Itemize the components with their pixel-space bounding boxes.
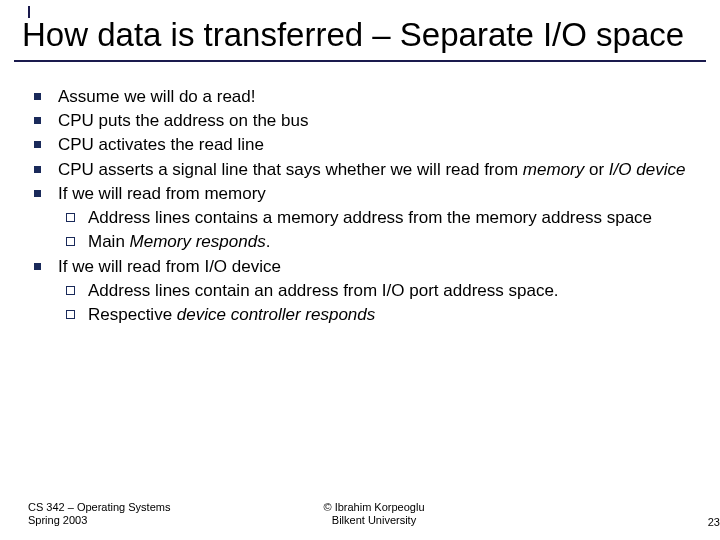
bullet-list: Assume we will do a read! CPU puts the a… bbox=[28, 86, 696, 326]
bullet-italic: memory bbox=[523, 160, 584, 179]
bullet-text: If we will read from I/O device bbox=[58, 257, 281, 276]
footer-course: CS 342 – Operating Systems bbox=[28, 501, 170, 515]
bullet-text: Address lines contain an address from I/… bbox=[88, 281, 559, 300]
bullet-text: Assume we will do a read! bbox=[58, 87, 255, 106]
list-item: Address lines contain an address from I/… bbox=[58, 280, 696, 301]
footer-copyright: © Ibrahim Korpeoglu bbox=[323, 501, 424, 515]
list-item: CPU asserts a signal line that says whet… bbox=[28, 159, 696, 180]
footer: CS 342 – Operating Systems Spring 2003 ©… bbox=[28, 501, 720, 529]
list-item: CPU activates the read line bbox=[28, 134, 696, 155]
footer-pagenum: 23 bbox=[708, 516, 720, 528]
bullet-text: CPU puts the address on the bus bbox=[58, 111, 308, 130]
bullet-text-pre: Respective bbox=[88, 305, 177, 324]
bullet-text-mid: or bbox=[584, 160, 609, 179]
bullet-italic: device controller responds bbox=[177, 305, 375, 324]
bullet-text-post: . bbox=[266, 232, 271, 251]
bullet-text-pre: Main bbox=[88, 232, 130, 251]
slide-title: How data is transferred – Separate I/O s… bbox=[22, 16, 706, 54]
slide: How data is transferred – Separate I/O s… bbox=[14, 0, 706, 540]
footer-center: © Ibrahim Korpeoglu Bilkent University bbox=[323, 501, 424, 529]
bullet-text: Address lines contains a memory address … bbox=[88, 208, 652, 227]
footer-university: Bilkent University bbox=[323, 514, 424, 528]
list-item: CPU puts the address on the bus bbox=[28, 110, 696, 131]
sub-bullet-list: Address lines contain an address from I/… bbox=[58, 280, 696, 326]
list-item: If we will read from memory Address line… bbox=[28, 183, 696, 253]
bullet-text-pre: CPU asserts a signal line that says whet… bbox=[58, 160, 523, 179]
bullet-text: If we will read from memory bbox=[58, 184, 266, 203]
bullet-text: CPU activates the read line bbox=[58, 135, 264, 154]
sub-bullet-list: Address lines contains a memory address … bbox=[58, 207, 696, 253]
title-block: How data is transferred – Separate I/O s… bbox=[14, 6, 706, 62]
list-item: Assume we will do a read! bbox=[28, 86, 696, 107]
bullet-italic: Memory responds bbox=[130, 232, 266, 251]
footer-term: Spring 2003 bbox=[28, 514, 170, 528]
list-item: Respective device controller responds bbox=[58, 304, 696, 325]
footer-left: CS 342 – Operating Systems Spring 2003 bbox=[28, 501, 170, 529]
list-item: If we will read from I/O device Address … bbox=[28, 256, 696, 326]
list-item: Main Memory responds. bbox=[58, 231, 696, 252]
bullet-italic: I/O device bbox=[609, 160, 686, 179]
content-block: Assume we will do a read! CPU puts the a… bbox=[14, 62, 706, 326]
title-accent bbox=[28, 6, 30, 18]
list-item: Address lines contains a memory address … bbox=[58, 207, 696, 228]
